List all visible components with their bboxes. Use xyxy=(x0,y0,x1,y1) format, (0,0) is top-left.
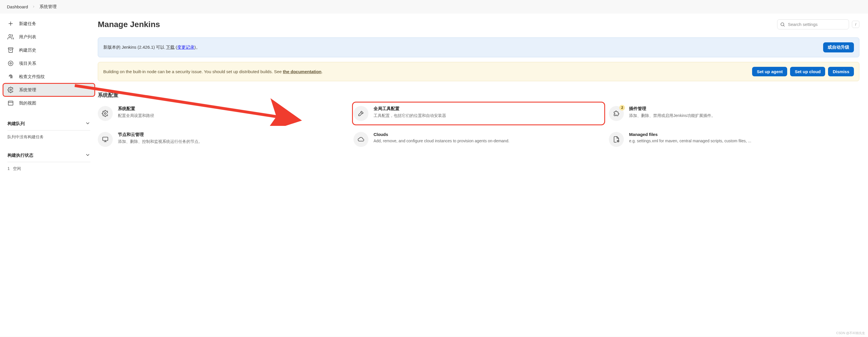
chevron-right-icon xyxy=(32,4,35,9)
svg-rect-8 xyxy=(8,101,13,106)
plus-icon xyxy=(7,21,14,27)
tile-desc: 配置全局设置和路径 xyxy=(118,113,154,119)
tile-plugin-manager[interactable]: 2 插件管理 添加、删除、禁用或启用Jenkins功能扩展插件。 xyxy=(609,103,859,124)
sidebar-item-label: 构建历史 xyxy=(19,48,36,53)
sidebar-item-relations[interactable]: 项目关系 xyxy=(3,57,95,70)
plugin-badge: 2 xyxy=(619,105,625,111)
executor-idle-num: 1 xyxy=(7,166,10,171)
chevron-down-icon xyxy=(85,152,90,159)
download-link[interactable]: 下载 xyxy=(166,45,175,50)
tile-title: Managed files xyxy=(629,132,751,137)
sidebar-item-new[interactable]: 新建任务 xyxy=(3,17,95,30)
svg-point-7 xyxy=(10,89,11,91)
search-icon xyxy=(780,22,785,27)
cloud-icon xyxy=(353,132,368,147)
sidebar-item-users[interactable]: 用户列表 xyxy=(3,30,95,44)
page-title: Manage Jenkins xyxy=(98,20,160,29)
tile-title: 系统配置 xyxy=(118,106,154,111)
chevron-down-icon xyxy=(85,121,90,127)
svg-line-11 xyxy=(784,25,784,26)
documentation-link[interactable]: the documentation xyxy=(283,69,321,74)
setup-cloud-button[interactable]: Set up cloud xyxy=(790,67,825,76)
executor-idle-label: 空闲 xyxy=(13,166,21,171)
divider xyxy=(7,130,90,131)
sidebar-item-label: 新建任务 xyxy=(19,21,36,27)
setup-agent-button[interactable]: Set up agent xyxy=(752,67,787,76)
tile-title: 全局工具配置 xyxy=(374,106,446,111)
tile-global-tool-config[interactable]: 全局工具配置 工具配置，包括它们的位置和自动安装器 xyxy=(353,103,604,124)
svg-point-2 xyxy=(9,34,11,36)
security-notice: Building on the built-in node can be a s… xyxy=(98,62,859,81)
auto-upgrade-button[interactable]: 或自动升级 xyxy=(823,43,854,52)
executor-idle-row: 1 空闲 xyxy=(3,165,95,173)
shortcut-hint: / xyxy=(852,21,859,28)
sidebar-item-label: 系统管理 xyxy=(19,87,36,93)
sidebar-item-history[interactable]: 构建历史 xyxy=(3,44,95,57)
tile-nodes[interactable]: 节点和云管理 添加、删除、控制和监视系统运行任务的节点。 xyxy=(98,129,348,150)
tile-desc: e.g. settings.xml for maven, central man… xyxy=(629,138,751,144)
target-icon xyxy=(7,60,14,66)
search-wrap: / xyxy=(777,19,859,29)
tile-title: Clouds xyxy=(374,132,509,137)
gear-icon xyxy=(98,106,113,121)
executor-header[interactable]: 构建执行状态 xyxy=(3,150,95,161)
sidebar-item-manage[interactable]: 系统管理 xyxy=(3,83,95,96)
svg-point-10 xyxy=(781,23,784,26)
search-input[interactable] xyxy=(777,19,849,29)
update-prefix: 新版本的 Jenkins (2.426.1) 可以 xyxy=(103,45,164,50)
build-queue-title: 构建队列 xyxy=(7,121,25,127)
sidebar-item-label: 用户列表 xyxy=(19,34,36,40)
update-notice: 新版本的 Jenkins (2.426.1) 可以 下载 (变更记录)。 或自动… xyxy=(98,37,859,57)
tile-grid: 系统配置 配置全局设置和路径 全局工具配置 工具配置，包括它们的位置和自动安装器… xyxy=(98,103,859,150)
tile-title: 插件管理 xyxy=(629,106,715,111)
executor-title: 构建执行状态 xyxy=(7,153,33,158)
fingerprint-icon xyxy=(7,74,14,80)
watermark: CSDN @不叫猫先生 xyxy=(836,331,865,335)
svg-rect-3 xyxy=(8,48,13,49)
sidebar-item-label: 我的视图 xyxy=(19,101,36,106)
svg-rect-13 xyxy=(103,137,108,141)
svg-point-12 xyxy=(104,113,106,114)
security-text: Building on the built-in node can be a s… xyxy=(103,69,283,74)
file-gear-icon xyxy=(609,132,624,147)
svg-point-6 xyxy=(10,62,11,64)
tile-system-config[interactable]: 系统配置 配置全局设置和路径 xyxy=(98,103,348,124)
sidebar-item-fingerprint[interactable]: 检查文件指纹 xyxy=(3,70,95,83)
build-queue-empty: 队列中没有构建任务 xyxy=(3,133,95,141)
executor-section: 构建执行状态 1 空闲 xyxy=(3,150,95,173)
changelog-link[interactable]: 变更记录 xyxy=(177,45,194,50)
main: Manage Jenkins / 新版本的 Jenkins (2.426.1) … xyxy=(98,13,868,337)
tile-desc: 工具配置，包括它们的位置和自动安装器 xyxy=(374,113,446,119)
tile-managed-files[interactable]: Managed files e.g. settings.xml for mave… xyxy=(609,129,859,150)
breadcrumb: Dashboard 系统管理 xyxy=(0,0,868,13)
gear-icon xyxy=(7,87,14,93)
hammer-icon xyxy=(353,106,368,121)
svg-point-16 xyxy=(618,141,619,142)
period: . xyxy=(321,69,323,74)
users-icon xyxy=(7,34,14,40)
breadcrumb-current[interactable]: 系统管理 xyxy=(39,4,57,9)
sidebar-item-myviews[interactable]: 我的视图 xyxy=(3,96,95,110)
update-notice-text: 新版本的 Jenkins (2.426.1) 可以 下载 (变更记录)。 xyxy=(103,45,200,50)
sidebar-item-label: 项目关系 xyxy=(19,61,36,66)
monitor-icon xyxy=(98,132,113,147)
close-paren: )。 xyxy=(194,45,200,50)
tile-desc: 添加、删除、禁用或启用Jenkins功能扩展插件。 xyxy=(629,113,715,119)
window-icon xyxy=(7,100,14,106)
security-notice-text: Building on the built-in node can be a s… xyxy=(103,69,323,74)
tile-clouds[interactable]: Clouds Add, remove, and configure cloud … xyxy=(353,129,604,150)
section-title: 系统配置 xyxy=(98,92,859,99)
tile-desc: 添加、删除、控制和监视系统运行任务的节点。 xyxy=(118,139,203,145)
build-queue-section: 构建队列 队列中没有构建任务 xyxy=(3,118,95,141)
tile-desc: Add, remove, and configure cloud instanc… xyxy=(374,138,509,144)
tile-title: 节点和云管理 xyxy=(118,132,203,137)
svg-point-5 xyxy=(8,61,13,66)
archive-icon xyxy=(7,47,14,53)
divider xyxy=(7,162,90,162)
build-queue-header[interactable]: 构建队列 xyxy=(3,118,95,129)
puzzle-icon: 2 xyxy=(609,106,624,121)
breadcrumb-root[interactable]: Dashboard xyxy=(7,4,28,9)
sidebar-item-label: 检查文件指纹 xyxy=(19,74,45,80)
sidebar: 新建任务 用户列表 构建历史 项目关系 检查文件指纹 系统管理 xyxy=(0,13,98,337)
dismiss-button[interactable]: Dismiss xyxy=(828,67,854,76)
